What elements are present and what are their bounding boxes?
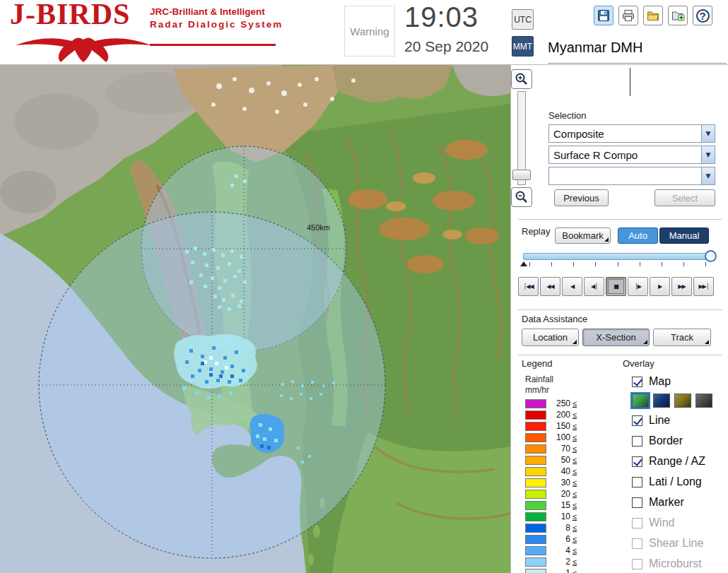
replay-manual-button[interactable]: Manual bbox=[659, 228, 709, 244]
fast-forward-button[interactable]: ▶▶ bbox=[671, 277, 692, 296]
map-style-olive-swatch[interactable] bbox=[674, 394, 691, 408]
fast-rewind-button[interactable]: ◀◀ bbox=[540, 277, 560, 296]
overlay-row-marker[interactable]: Marker bbox=[632, 496, 684, 509]
zoom-slider-handle[interactable] bbox=[512, 170, 531, 180]
wind-checkbox bbox=[632, 518, 642, 528]
skip-to-end-button[interactable]: ▶▶│ bbox=[693, 277, 714, 296]
print-button[interactable] bbox=[618, 6, 638, 25]
play-backward-button[interactable]: ◀ bbox=[562, 277, 582, 296]
radar-map[interactable]: 450km bbox=[0, 65, 510, 573]
microburst-checkbox bbox=[632, 559, 642, 569]
legend-color-swatch bbox=[525, 478, 546, 488]
lati-long-checkbox[interactable] bbox=[632, 477, 642, 488]
select-button[interactable]: Select bbox=[654, 189, 715, 206]
legend-row: 50≤ bbox=[525, 454, 577, 466]
legend-value: 8 bbox=[549, 523, 570, 533]
radar-map-area[interactable]: 450km bbox=[0, 65, 510, 573]
divider bbox=[518, 309, 722, 310]
product-name-dropdown[interactable]: Surface R Compo ▼ bbox=[548, 146, 715, 164]
replay-auto-button[interactable]: Auto bbox=[618, 228, 658, 244]
map-style-terrain-swatch[interactable] bbox=[632, 394, 649, 408]
legend-row: 10≤ bbox=[525, 511, 577, 522]
play-forward-button[interactable]: ▶ bbox=[650, 277, 670, 296]
chevron-down-icon[interactable]: ▼ bbox=[701, 146, 715, 163]
help-button[interactable]: ? bbox=[693, 6, 712, 25]
legend-value: 200 bbox=[549, 410, 570, 420]
station-box-divider bbox=[630, 68, 630, 96]
replay-timeline-handle[interactable] bbox=[705, 250, 717, 262]
x-section-button[interactable]: X-Section bbox=[582, 329, 650, 346]
legend-leq-symbol: ≤ bbox=[573, 399, 577, 408]
product-option-dropdown[interactable]: ▼ bbox=[548, 167, 715, 185]
border-checkbox[interactable] bbox=[632, 436, 642, 447]
map-style-dark-blue-swatch[interactable] bbox=[653, 394, 670, 408]
timeline-start-marker bbox=[520, 261, 527, 266]
folder-icon bbox=[646, 8, 660, 23]
legend-value: 100 bbox=[549, 432, 570, 442]
save-button[interactable] bbox=[594, 6, 613, 25]
legend-value: 20 bbox=[549, 489, 570, 499]
legend-leq-symbol: ≤ bbox=[573, 490, 577, 498]
zoom-out-button[interactable] bbox=[511, 187, 532, 207]
replay-timeline-track[interactable] bbox=[523, 253, 712, 260]
stop-button[interactable]: ■ bbox=[606, 277, 626, 296]
legend-color-swatch bbox=[525, 399, 546, 408]
overlay-row-border[interactable]: Border bbox=[632, 435, 683, 447]
zoom-control bbox=[511, 69, 533, 208]
chevron-down-icon[interactable]: ▼ bbox=[701, 167, 715, 184]
legend-color-swatch bbox=[525, 490, 546, 499]
bookmark-button[interactable]: Bookmark bbox=[555, 228, 611, 244]
map-checkbox[interactable] bbox=[632, 377, 642, 387]
open-folder-button[interactable] bbox=[643, 6, 663, 25]
legend-value: 1 bbox=[549, 568, 570, 573]
location-button[interactable]: Location bbox=[522, 329, 579, 346]
product-type-dropdown[interactable]: Composite ▼ bbox=[548, 124, 715, 143]
track-button[interactable]: Track bbox=[653, 329, 711, 346]
overlay-item-label: Wind bbox=[649, 516, 674, 529]
legend-value: 70 bbox=[549, 444, 570, 454]
overlay-item-label: Marker bbox=[649, 496, 684, 509]
range-az-checkbox[interactable] bbox=[632, 456, 642, 467]
legend-row: 6≤ bbox=[525, 533, 577, 545]
previous-button[interactable]: Previous bbox=[554, 189, 609, 206]
line-checkbox[interactable] bbox=[632, 415, 642, 426]
overlay-row-map[interactable]: Map bbox=[632, 375, 671, 388]
overlay-row-line[interactable]: Line bbox=[632, 414, 670, 427]
skip-to-start-button[interactable]: │◀◀ bbox=[518, 277, 539, 296]
overlay-row-shear-line: Shear Line bbox=[632, 537, 703, 550]
step-back-button[interactable]: ◀│ bbox=[584, 277, 604, 296]
map-style-swatches bbox=[632, 394, 712, 408]
legend-color-swatch bbox=[525, 467, 546, 476]
legend-leq-symbol: ≤ bbox=[573, 433, 577, 442]
map-style-gray-swatch[interactable] bbox=[695, 394, 712, 408]
dropdown-value: Surface R Compo bbox=[549, 146, 701, 163]
legend-leq-symbol: ≤ bbox=[573, 512, 577, 521]
legend-row: 20≤ bbox=[525, 488, 577, 500]
overlay-row-lati-long[interactable]: Lati / Long bbox=[632, 475, 702, 488]
timezone-mmt-button[interactable]: MMT bbox=[512, 36, 534, 57]
legend-row: 2≤ bbox=[525, 556, 577, 567]
folder-plus-icon bbox=[671, 8, 685, 23]
overlay-row-wind: Wind bbox=[632, 516, 674, 529]
timeline-ticks bbox=[529, 262, 706, 266]
overlay-row-range-az[interactable]: Range / AZ bbox=[632, 455, 705, 468]
legend-color-swatch bbox=[525, 546, 546, 555]
app-logo-subtitle-2: Radar Dialogic System bbox=[150, 19, 283, 30]
legend-row: 100≤ bbox=[525, 432, 577, 443]
legend-color-swatch bbox=[525, 501, 546, 510]
timezone-utc-button[interactable]: UTC bbox=[512, 9, 534, 30]
legend-value: 4 bbox=[549, 545, 570, 555]
overlay-item-label: Border bbox=[649, 435, 683, 447]
legend-color-swatch bbox=[525, 524, 546, 533]
legend-value: 2 bbox=[549, 557, 570, 567]
step-forward-button[interactable]: │▶ bbox=[628, 277, 648, 296]
chevron-down-icon[interactable]: ▼ bbox=[701, 125, 715, 142]
transport-controls: │◀◀ ◀◀ ◀ ◀│ ■ │▶ ▶ ▶▶ ▶▶│ bbox=[518, 277, 714, 296]
overlay-item-label: Map bbox=[649, 375, 671, 388]
export-image-button[interactable] bbox=[668, 6, 688, 25]
legend-unit-name: Rainfall bbox=[525, 374, 553, 384]
marker-checkbox[interactable] bbox=[632, 497, 642, 508]
legend-row: 8≤ bbox=[525, 522, 577, 533]
zoom-in-button[interactable] bbox=[511, 69, 532, 89]
header-bar: J-BIRDS JRC-Brilliant & Intelligent Rada… bbox=[0, 0, 728, 65]
